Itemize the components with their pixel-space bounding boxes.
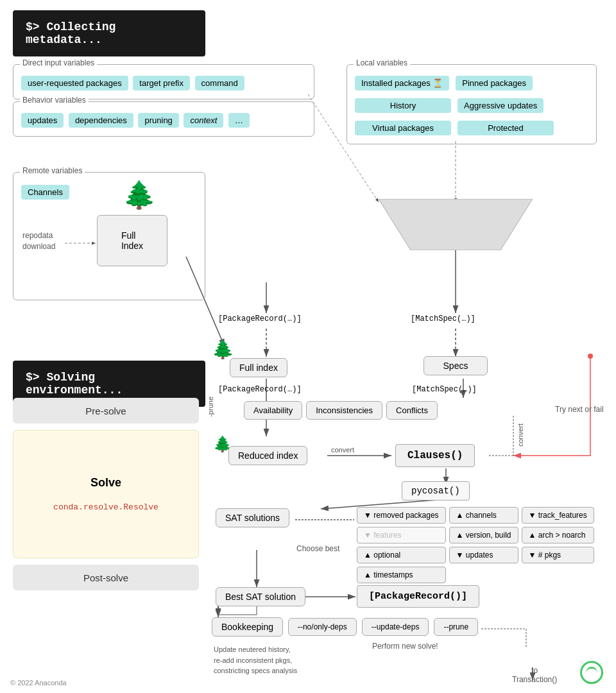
direct-input-group: Direct input variables user-requested pa…	[13, 64, 314, 99]
sort-btn-removed[interactable]: ▼ removed packages	[357, 507, 446, 524]
prune-label: -prune	[207, 397, 214, 417]
sort-btn-optional[interactable]: ▲ optional	[357, 547, 446, 563]
chip-dependencies: dependencies	[69, 113, 133, 128]
chip-history: History	[355, 98, 451, 113]
no-only-deps-box: --no/only-deps	[288, 618, 357, 636]
tree-icon-flow: 🌲	[212, 339, 234, 360]
sort-btn-features[interactable]: ▼ features	[357, 527, 446, 543]
sort-btn-pkgs[interactable]: ▼ # pkgs	[522, 547, 594, 563]
clauses-box: Clauses()	[395, 444, 475, 467]
bookkeeping-desc: Update neutered history,re-add inconsist…	[214, 644, 297, 676]
prune-box: --prune	[434, 618, 478, 636]
sort-btn-track-features[interactable]: ▼ track_features	[522, 507, 594, 524]
full-index-flow-box: Full index	[230, 358, 287, 377]
package-record-output: [PackageRecord()]	[357, 585, 479, 608]
solve-class: conda.resolve.Resolve	[53, 502, 158, 512]
sort-btn-updates[interactable]: ▼ updates	[449, 547, 518, 563]
pre-solve-box: Pre-solve	[13, 398, 199, 424]
try-next-label: Try next or fail	[555, 404, 604, 415]
chip-target-prefix: target prefix	[133, 76, 190, 90]
solve-box: Solve conda.resolve.Resolve	[13, 430, 199, 558]
sort-btn-version-build[interactable]: ▲ version, build	[449, 527, 518, 543]
chip-ellipsis: …	[228, 113, 250, 128]
behavior-group: Behavior variables updates dependencies …	[13, 101, 314, 137]
convert-label: convert	[331, 446, 354, 454]
chip-aggressive: Aggressive updates	[458, 98, 543, 113]
chip-pruning: pruning	[138, 113, 178, 128]
choose-best-label: Choose best	[296, 544, 339, 553]
availability-row: Availability Inconsistencies Conflicts	[244, 401, 438, 420]
remote-label: Remote variables	[20, 166, 85, 175]
chip-context: context	[184, 113, 223, 128]
remote-group: Remote variables Channels repodatadownlo…	[13, 172, 205, 300]
sort-btn-channels[interactable]: ▲ channels	[449, 507, 518, 524]
bookkeeping-row: Bookkeeping --no/only-deps --update-deps…	[212, 617, 478, 637]
sat-solutions-box: SAT solutions	[216, 508, 289, 527]
match-spec-label1: [MatchSpec(…)]	[411, 313, 475, 323]
package-record-label2: [PackageRecord(…)]	[218, 384, 302, 394]
chip-virtual: Virtual packages	[355, 121, 451, 135]
convert2-label: convert	[517, 424, 524, 447]
chip-updates: updates	[21, 113, 64, 128]
bookkeeping-box: Bookkeeping	[212, 617, 283, 637]
pycosat-box: pycosat()	[402, 481, 470, 501]
tree-icon-remote: 🌲	[123, 179, 156, 210]
solve-title: Solve	[90, 476, 121, 490]
transaction-label: toTransaction()	[512, 666, 557, 684]
conflicts-box: Conflicts	[386, 401, 438, 420]
chip-user-requested: user-requested packages	[21, 76, 128, 90]
sort-btn-timestamps[interactable]: ▲ timestamps	[357, 567, 446, 583]
inconsistencies-box: Inconsistencies	[306, 401, 382, 420]
sort-buttons-grid: ▼ removed packages ▲ channels ▼ track_fe…	[357, 507, 594, 583]
chip-protected: Protected	[458, 121, 554, 135]
specs-box: Specs	[424, 356, 488, 375]
chip-installed: Installed packages ⏳	[355, 76, 449, 90]
full-index-label: FullIndex	[121, 230, 143, 251]
funnel	[379, 199, 533, 250]
match-spec-label2: [MatchSpec(…)]	[412, 384, 477, 394]
terminal-collecting: $> Collecting metadata...	[13, 10, 205, 56]
copyright: © 2022 Anaconda	[10, 679, 67, 687]
svg-marker-34	[379, 199, 533, 250]
chip-pinned: Pinned packages	[456, 76, 533, 90]
full-index-box-remote: FullIndex	[97, 215, 167, 266]
package-record-label1: [PackageRecord(…)]	[218, 313, 302, 323]
update-deps-box: --update-deps	[362, 618, 429, 636]
new-solve-label: Perform new solve!	[372, 642, 438, 651]
behavior-label: Behavior variables	[20, 96, 89, 105]
direct-input-label: Direct input variables	[20, 58, 97, 67]
sort-btn-arch-noarch[interactable]: ▲ arch > noarch	[522, 527, 594, 543]
chip-command: command	[195, 76, 244, 90]
post-solve-box: Post-solve	[13, 565, 199, 590]
best-sat-box: Best SAT solution	[216, 587, 305, 606]
svg-point-21	[588, 354, 593, 359]
availability-box: Availability	[244, 401, 302, 420]
chip-channels: Channels	[21, 185, 69, 200]
local-vars-group: Local variables Installed packages ⏳ Pin…	[346, 64, 597, 144]
anaconda-logo	[580, 661, 603, 684]
reduced-index-box: Reduced index	[228, 446, 307, 465]
repodata-label: repodatadownload	[22, 230, 55, 252]
local-vars-label: Local variables	[354, 58, 410, 67]
